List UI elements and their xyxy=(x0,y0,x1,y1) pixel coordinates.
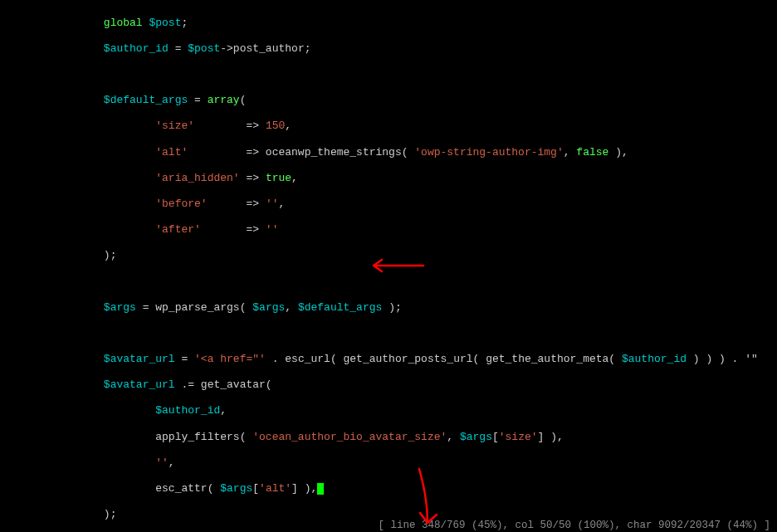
code-line xyxy=(0,327,777,340)
code-line: 'before' => '', xyxy=(0,198,777,211)
code-line: apply_filters( 'ocean_author_bio_avatar_… xyxy=(0,431,777,444)
code-line: '', xyxy=(0,456,777,470)
code-line: ); xyxy=(0,249,777,262)
cursor xyxy=(317,483,324,495)
code-line: $default_args = array( xyxy=(0,94,777,107)
code-line xyxy=(0,68,777,81)
status-bar: [ line 348/769 (45%), col 50/50 (100%), … xyxy=(378,520,770,532)
code-line: $author_id, xyxy=(0,404,777,417)
code-line: 'size' => 150, xyxy=(0,120,777,133)
code-line: esc_attr( $args['alt'] ), xyxy=(0,482,777,495)
code-line: 'aria_hidden' => true, xyxy=(0,172,777,185)
code-line: global $post; xyxy=(0,17,777,30)
code-line xyxy=(0,275,777,288)
code-line: $author_id = $post->post_author; xyxy=(0,42,777,56)
code-editor[interactable]: global $post; $author_id = $post->post_a… xyxy=(0,0,777,532)
code-line: $avatar_url = '<a href="' . esc_url( get… xyxy=(0,353,777,366)
code-line: $args = wp_parse_args( $args, $default_a… xyxy=(0,301,777,315)
code-line: 'after' => '' xyxy=(0,223,777,237)
code-line: 'alt' => oceanwp_theme_strings( 'owp-str… xyxy=(0,146,777,159)
code-line: $avatar_url .= get_avatar( xyxy=(0,378,777,392)
